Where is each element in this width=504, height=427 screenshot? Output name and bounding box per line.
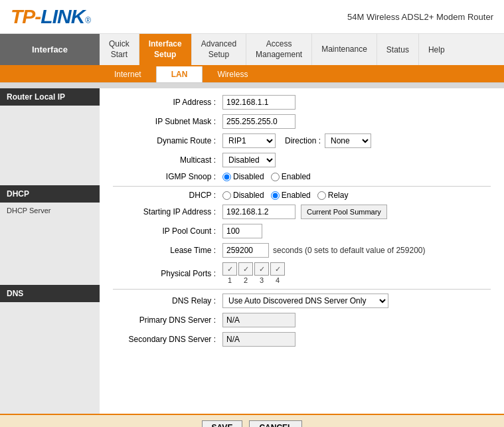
port3-checkbox[interactable]: ✓ (254, 262, 269, 276)
section-title-router-local-ip: Router Local IP (0, 88, 100, 106)
dhcp-radio-group: Disabled Enabled Relay (222, 191, 348, 200)
lease-time-label: Lease Time : (113, 246, 222, 255)
nav-item-access-management[interactable]: AccessManagement (246, 34, 312, 65)
port3-num: 3 (254, 276, 269, 284)
dhcp-section: DHCP : Disabled Enabled Relay Starting I… (113, 191, 491, 284)
physical-ports-row: Physical Ports : ✓ ✓ ✓ ✓ 1 2 3 4 (113, 262, 491, 284)
lease-time-row: Lease Time : seconds (0 sets to default … (113, 243, 491, 258)
nav-items: QuickStart InterfaceSetup AdvancedSetup … (100, 34, 504, 65)
lease-time-input[interactable] (222, 243, 269, 258)
dns-relay-row: DNS Relay : Use Auto Discovered DNS Serv… (113, 294, 491, 308)
dhcp-relay-label[interactable]: Relay (317, 191, 349, 200)
ports-checkboxes: ✓ ✓ ✓ ✓ (222, 262, 285, 276)
dynamic-route-label: Dynamic Route : (113, 136, 222, 145)
logo-tp: TP- (11, 5, 41, 28)
lease-time-suffix: seconds (0 sets to default value of 2592… (273, 246, 425, 255)
igmp-disabled-label[interactable]: Disabled (222, 172, 264, 181)
cancel-button[interactable]: CANCEL (249, 420, 302, 427)
dhcp-relay-radio[interactable] (317, 191, 326, 200)
ip-subnet-mask-row: IP Subnet Mask : (113, 114, 491, 129)
port1-num: 1 (222, 276, 237, 284)
direction-label: Direction : (285, 136, 321, 145)
ip-address-row: IP Address : (113, 95, 491, 110)
igmp-disabled-radio[interactable] (222, 173, 231, 181)
main-content: Router Local IP DHCP DHCP Server DNS IP … (0, 88, 504, 414)
port2-num: 2 (238, 276, 253, 284)
igmp-snoop-radio-group: Disabled Enabled (222, 172, 311, 181)
logo: TP- LINK ® (11, 5, 91, 28)
dhcp-disabled-radio[interactable] (222, 191, 231, 200)
ports-numbers: 1 2 3 4 (222, 276, 285, 284)
dhcp-enabled-label[interactable]: Enabled (271, 191, 311, 200)
port4-checkbox[interactable]: ✓ (270, 262, 285, 276)
save-button[interactable]: SAVE (202, 420, 243, 427)
dhcp-mode-row: DHCP : Disabled Enabled Relay (113, 191, 491, 200)
nav-item-interface-setup[interactable]: InterfaceSetup (139, 34, 192, 65)
section-title-dns: DNS (0, 285, 100, 302)
port1-checkbox[interactable]: ✓ (222, 262, 237, 276)
starting-ip-row: Starting IP Address : Current Pool Summa… (113, 205, 491, 219)
dns-relay-select[interactable]: Use Auto Discovered DNS Server Only Use … (222, 294, 388, 308)
dynamic-route-row: Dynamic Route : RIP1 RIP2-B RIP2-M None … (113, 133, 491, 148)
sub-nav: Internet LAN Wireless (0, 66, 504, 83)
logo-link: LINK (41, 5, 84, 28)
sub-nav-wireless[interactable]: Wireless (203, 66, 262, 82)
dhcp-enabled-radio[interactable] (271, 191, 280, 200)
pool-summary-button[interactable]: Current Pool Summary (301, 205, 387, 219)
multicast-row: Multicast : Disabled Enabled (113, 153, 491, 167)
sidebar-nav-label: Interface (0, 34, 100, 65)
ip-subnet-mask-label: IP Subnet Mask : (113, 117, 222, 126)
direction-select[interactable]: None Both In Only Out Only (325, 133, 371, 148)
nav-item-help[interactable]: Help (419, 34, 454, 65)
starting-ip-input[interactable] (222, 205, 295, 219)
ports-grid: ✓ ✓ ✓ ✓ 1 2 3 4 (222, 262, 285, 284)
primary-dns-row: Primary DNS Server : (113, 313, 491, 327)
sidebar: Router Local IP DHCP DHCP Server DNS (0, 88, 100, 414)
primary-dns-input[interactable] (222, 313, 295, 327)
ip-pool-count-label: IP Pool Count : (113, 226, 222, 236)
primary-dns-label: Primary DNS Server : (113, 315, 222, 325)
router-local-ip-section: IP Address : IP Subnet Mask : Dynamic Ro… (113, 95, 491, 181)
header-title: 54M Wireless ADSL2+ Modem Router (347, 12, 493, 22)
form-content: IP Address : IP Subnet Mask : Dynamic Ro… (100, 88, 504, 414)
sub-nav-lan[interactable]: LAN (156, 66, 203, 82)
ip-pool-count-input[interactable] (222, 224, 262, 238)
ip-address-input[interactable] (222, 95, 295, 110)
secondary-dns-input[interactable] (222, 332, 295, 347)
dns-section: DNS Relay : Use Auto Discovered DNS Serv… (113, 294, 491, 347)
multicast-select[interactable]: Disabled Enabled (222, 153, 276, 167)
igmp-snoop-row: IGMP Snoop : Disabled Enabled (113, 172, 491, 181)
physical-ports-label: Physical Ports : (113, 269, 222, 278)
multicast-label: Multicast : (113, 155, 222, 165)
starting-ip-label: Starting IP Address : (113, 207, 222, 216)
nav-item-quick-start[interactable]: QuickStart (100, 34, 139, 65)
dns-relay-label: DNS Relay : (113, 296, 222, 305)
nav-bar: Interface QuickStart InterfaceSetup Adva… (0, 34, 504, 66)
dynamic-route-select[interactable]: RIP1 RIP2-B RIP2-M None (222, 133, 276, 148)
igmp-enabled-label[interactable]: Enabled (271, 172, 311, 181)
igmp-snoop-label: IGMP Snoop : (113, 172, 222, 181)
port2-checkbox[interactable]: ✓ (238, 262, 253, 276)
dhcp-mode-label: DHCP : (113, 191, 222, 200)
logo-reg: ® (85, 16, 91, 25)
ip-subnet-mask-input[interactable] (222, 114, 295, 129)
nav-item-status[interactable]: Status (377, 34, 419, 65)
header: TP- LINK ® 54M Wireless ADSL2+ Modem Rou… (0, 0, 504, 34)
igmp-enabled-radio[interactable] (271, 173, 280, 181)
port4-num: 4 (270, 276, 285, 284)
nav-item-advanced-setup[interactable]: AdvancedSetup (192, 34, 246, 65)
secondary-dns-row: Secondary DNS Server : (113, 332, 491, 347)
sub-nav-internet[interactable]: Internet (100, 66, 156, 82)
dhcp-disabled-label[interactable]: Disabled (222, 191, 264, 200)
ip-pool-count-row: IP Pool Count : (113, 224, 491, 238)
footer: SAVE CANCEL (0, 414, 504, 427)
ip-address-label: IP Address : (113, 98, 222, 107)
section-title-dhcp: DHCP (0, 185, 100, 203)
dhcp-server-label: DHCP Server (0, 203, 100, 218)
secondary-dns-label: Secondary DNS Server : (113, 335, 222, 344)
nav-item-maintenance[interactable]: Maintenance (312, 34, 377, 65)
